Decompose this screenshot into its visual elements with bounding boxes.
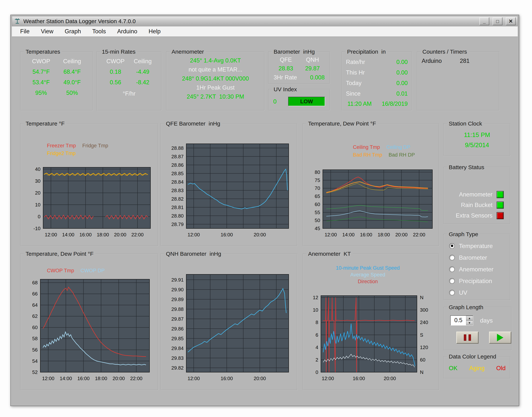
titlebar[interactable]: Weather Station Data Logger Version 4.7.…	[12, 16, 518, 26]
svg-text:20: 20	[35, 190, 41, 196]
svg-text:12:00: 12:00	[42, 375, 54, 381]
rates-header-ceiling: Ceiling	[129, 58, 157, 65]
svg-text:N: N	[420, 295, 424, 300]
svg-text:29.85: 29.85	[171, 336, 184, 341]
svg-text:60: 60	[420, 357, 426, 363]
temps-header-cwop: CWOP	[26, 58, 57, 65]
peak-gust-label: 1Hr Peak Gust	[196, 84, 234, 91]
menu-help[interactable]: Help	[143, 26, 166, 37]
precip-row: Rate/hr 0.00	[346, 57, 408, 67]
data-color-legend-panel: Data Color Legend OK Aging Old	[444, 353, 511, 379]
graph-type-option-precipitation[interactable]: Precipitation	[449, 275, 510, 287]
graph-length-stepper[interactable]: 0.5 ▲ ▼	[450, 315, 473, 325]
wind-metar: 248° 0.9G1.4KT 000V000	[182, 75, 249, 82]
pause-button[interactable]	[456, 332, 479, 344]
baro-header-qnh: QNH	[299, 56, 326, 63]
svg-text:2: 2	[316, 357, 318, 363]
legend-aging: Aging	[469, 365, 485, 372]
battery-indicator-extra-sensors	[497, 212, 504, 219]
since-time: 11:20 AM	[347, 101, 372, 107]
svg-text:29.83: 29.83	[171, 355, 184, 361]
radio-precipitation[interactable]	[449, 278, 455, 284]
svg-text:240: 240	[420, 320, 428, 325]
graph-type-option-temperature[interactable]: Temperature	[449, 240, 510, 252]
cwop-dewpoint-graph-title: Temperature, Dew Point °F	[24, 251, 95, 257]
temperature-graph-panel: Temperature °F 403020100-1012:0014:0016:…	[20, 120, 158, 246]
menu-view[interactable]: View	[35, 26, 59, 37]
svg-text:300: 300	[420, 307, 428, 313]
svg-text:28.88: 28.88	[171, 145, 184, 151]
svg-text:62: 62	[32, 313, 38, 319]
svg-text:20:00: 20:00	[254, 375, 266, 381]
battery-row: Anemometer	[444, 189, 510, 200]
anemometer-title: Anemometer	[170, 49, 206, 55]
minimize-button[interactable]: _	[479, 17, 489, 25]
station-clock-panel: Station Clock 11:15 PM 9/5/2014	[444, 120, 511, 156]
radio-barometer[interactable]	[449, 255, 455, 261]
graph-length-panel: Graph Length 0.5 ▲ ▼ days	[444, 304, 512, 350]
uv-level-badge: LOW	[288, 97, 325, 106]
menu-arduino[interactable]: Arduino	[111, 26, 143, 37]
svg-text:20:00: 20:00	[383, 375, 396, 381]
graph-type-option-anemometer[interactable]: Anemometer	[449, 263, 510, 275]
svg-text:29.91: 29.91	[171, 277, 184, 283]
svg-text:54: 54	[32, 358, 38, 364]
svg-text:30: 30	[35, 178, 41, 184]
svg-text:70: 70	[315, 185, 320, 191]
rates-title: 15-min Rates	[100, 49, 137, 55]
svg-text:29.82: 29.82	[171, 365, 184, 371]
svg-text:10: 10	[313, 307, 318, 313]
svg-text:14:00: 14:00	[60, 375, 72, 381]
battery-indicator-anemometer	[497, 191, 504, 198]
battery-status-panel: Battery Status Anemometer Rain Bucket Ex…	[444, 164, 511, 224]
maximize-button[interactable]: □	[493, 17, 502, 25]
legend-ok: OK	[449, 365, 458, 372]
temp-value: 68.4°F	[57, 69, 88, 75]
svg-text:56: 56	[32, 347, 38, 353]
svg-text:28.79: 28.79	[171, 221, 184, 227]
graph-type-option-barometer[interactable]: Barometer	[449, 252, 510, 263]
temperatures-panel: Temperatures CWOP Ceiling 54.7°F 68.4°F …	[20, 49, 93, 111]
play-icon	[497, 334, 503, 341]
menu-tools[interactable]: Tools	[87, 26, 111, 37]
wind-current: 245° 1.4-Avg 0.0KT	[190, 57, 241, 64]
close-button[interactable]: ✕	[506, 17, 516, 25]
qnh-value: 29.87	[299, 65, 326, 72]
pause-icon	[464, 334, 466, 341]
graph-type-option-uv[interactable]: UV	[449, 287, 510, 298]
app-window: Weather Station Data Logger Version 4.7.…	[10, 15, 519, 406]
svg-text:14:00: 14:00	[342, 232, 355, 238]
temps-header-ceiling: Ceiling	[57, 58, 88, 65]
svg-text:28.82: 28.82	[171, 196, 184, 202]
stepper-up-icon[interactable]: ▲	[466, 316, 473, 321]
stepper-down-icon[interactable]: ▼	[466, 321, 473, 325]
cwop-dewpoint-graph-panel: Temperature, Dew Point °F 68666462605856…	[20, 251, 158, 390]
radio-anemometer[interactable]	[449, 266, 455, 272]
station-clock-title: Station Clock	[447, 120, 484, 127]
metar-label: not quite a METAR...	[189, 66, 242, 73]
qfe-graph-title: QFE Barometer inHg	[164, 120, 222, 127]
temperatures-title: Temperatures	[24, 49, 62, 55]
peak-gust-value: 245° 2.7KT 10:30 PM	[187, 93, 244, 100]
graph-length-value[interactable]: 0.5	[451, 316, 466, 325]
menu-file[interactable]: File	[14, 26, 35, 37]
radio-temperature[interactable]	[449, 243, 455, 249]
barometer-title: Barometer inHg	[272, 49, 317, 55]
ceiling-dewpoint-chart: 807570656055504512:0014:0016:0018:0020:0…	[304, 127, 438, 242]
menu-graph[interactable]: Graph	[59, 26, 87, 37]
humidity-value: 50%	[57, 90, 88, 96]
humidity-value: 95%	[26, 90, 57, 96]
counters-panel: Counters / Timers Arduino 281	[417, 49, 500, 111]
anemometer-graph-panel: Anemometer KT 12108642012:0016:0020:00N3…	[303, 251, 439, 390]
radio-uv[interactable]	[449, 290, 455, 295]
svg-text:75: 75	[315, 177, 320, 183]
play-button[interactable]	[489, 332, 511, 344]
svg-text:12: 12	[313, 295, 318, 300]
svg-text:60: 60	[315, 201, 320, 207]
precipitation-title: Precipitation in	[345, 49, 388, 55]
svg-text:16:00: 16:00	[353, 375, 365, 381]
svg-text:29.87: 29.87	[171, 316, 184, 322]
svg-text:N: N	[420, 369, 424, 375]
uv-title: UV Index	[272, 86, 299, 93]
svg-text:8: 8	[316, 320, 318, 325]
